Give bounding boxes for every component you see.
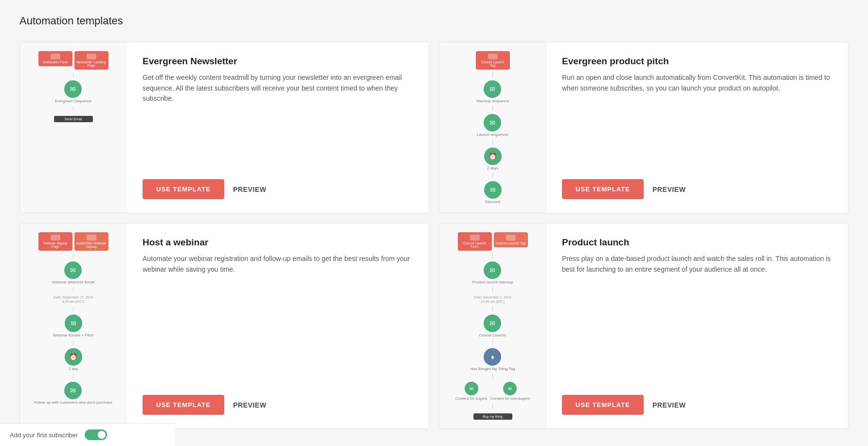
card-description-evergreen-newsletter: Get off the weekly content treadmill by …	[143, 73, 413, 167]
preview-webinar-emails: ✉	[65, 315, 82, 332]
preview-2-days: ⏰	[484, 148, 502, 165]
card-actions-evergreen-product-pitch: USE TEMPLATE PREVIEW	[562, 179, 832, 199]
preview-webinar-welcome: ✉	[64, 261, 82, 279]
card-title-evergreen-newsletter: Evergreen Newsletter	[143, 56, 413, 67]
preview-connector	[73, 73, 73, 77]
card-preview-evergreen-product-pitch: Course Launch Tag ✉ Warmup sequence ✉ La…	[439, 42, 546, 213]
card-content-host-webinar: Host a webinar Automate your webinar reg…	[127, 223, 429, 428]
bottom-bar-toggle[interactable]	[85, 429, 107, 440]
card-actions-evergreen-newsletter: USE TEMPLATE PREVIEW	[143, 179, 413, 199]
preview-course-launch-tag-2: Course Launch Tag	[494, 232, 528, 247]
preview-warmup-seq: ✉	[484, 80, 501, 98]
preview-node-subscriber-form: Subscriber Form	[38, 51, 72, 66]
card-preview-product-launch: Course Launch Form Course Launch Tag ✉ P…	[439, 223, 546, 428]
preview-connector-2	[73, 106, 73, 111]
templates-grid: Subscriber Form Newsletter Landing Page …	[19, 42, 849, 429]
card-description-evergreen-product-pitch: Run an open and close launch automatical…	[562, 73, 832, 167]
preview-non-buyers-content: ✉	[503, 382, 517, 395]
card-title-host-webinar: Host a webinar	[143, 237, 413, 248]
preview-buyers-content: ✉	[465, 382, 478, 395]
card-title-product-launch: Product launch	[562, 237, 832, 248]
card-content-product-launch: Product launch Press play on a date-base…	[546, 223, 848, 428]
card-actions-product-launch: USE TEMPLATE PREVIEW	[562, 395, 832, 415]
preview-product-warmup: ✉	[484, 261, 501, 279]
preview-webinar-signup-page: Webinar Signup Page	[38, 232, 72, 251]
page-title: Automation templates	[19, 15, 849, 27]
bottom-bar: Add your first subscriber	[0, 423, 175, 446]
preview-button-host-webinar[interactable]: PREVIEW	[233, 401, 267, 409]
preview-1-day: ⏰	[65, 348, 82, 366]
card-product-launch: Course Launch Form Course Launch Tag ✉ P…	[439, 223, 849, 429]
card-description-host-webinar: Automate your webinar registration and f…	[143, 254, 413, 383]
card-title-evergreen-product-pitch: Evergreen product pitch	[562, 56, 832, 67]
use-template-button-evergreen-product-pitch[interactable]: USE TEMPLATE	[562, 179, 644, 199]
preview-course-launch: ✉	[484, 315, 501, 332]
preview-green-node: ✉	[64, 80, 82, 98]
card-preview-host-webinar: Webinar Signup Page Subscriber Webinar S…	[20, 223, 127, 428]
use-template-button-product-launch[interactable]: USE TEMPLATE	[562, 395, 644, 415]
card-host-webinar: Webinar Signup Page Subscriber Webinar S…	[19, 223, 429, 429]
use-template-button-evergreen-newsletter[interactable]: USE TEMPLATE	[143, 179, 224, 199]
card-actions-host-webinar: USE TEMPLATE PREVIEW	[143, 395, 413, 415]
preview-end-btn: Buy my thing	[473, 413, 512, 420]
preview-followup: ✉	[64, 382, 82, 399]
preview-subscriber-webinar-signup: Subscriber Webinar Signup	[74, 232, 108, 251]
card-content-evergreen-newsletter: Evergreen Newsletter Get off the weekly …	[127, 42, 429, 213]
preview-date-text-2: Date: December 1, 201910:00 am (EST)	[474, 295, 511, 304]
use-template-button-host-webinar[interactable]: USE TEMPLATE	[143, 395, 224, 415]
preview-send-email-btn: Send Email	[54, 116, 93, 122]
preview-course-launch-form: Course Launch Form	[458, 232, 492, 251]
card-content-evergreen-product-pitch: Evergreen product pitch Run an open and …	[546, 42, 848, 213]
preview-button-product-launch[interactable]: PREVIEW	[652, 401, 686, 409]
preview-bought-tag: ♦	[484, 348, 501, 366]
card-evergreen-newsletter: Subscriber Form Newsletter Landing Page …	[19, 42, 429, 213]
card-preview-evergreen-newsletter: Subscriber Form Newsletter Landing Page …	[20, 42, 127, 213]
card-description-product-launch: Press play on a date-based product launc…	[562, 254, 832, 383]
card-evergreen-product-pitch: Course Launch Tag ✉ Warmup sequence ✉ La…	[439, 42, 849, 213]
preview-button-evergreen-product-pitch[interactable]: PREVIEW	[652, 186, 686, 193]
preview-evergreen-seq: ✉ Evergreen Sequence	[55, 80, 91, 103]
preview-node-landing-page: Newsletter Landing Page	[74, 51, 108, 70]
preview-launch-seq: ✉	[484, 114, 501, 131]
bottom-bar-label: Add your first subscriber	[10, 431, 78, 439]
preview-discount: ✉	[484, 181, 502, 199]
preview-course-launch-tag: Course Launch Tag	[476, 51, 510, 70]
preview-date-text: Date: September 27, 20198:00 am (EST)	[53, 295, 93, 304]
preview-button-evergreen-newsletter[interactable]: PREVIEW	[233, 186, 267, 193]
